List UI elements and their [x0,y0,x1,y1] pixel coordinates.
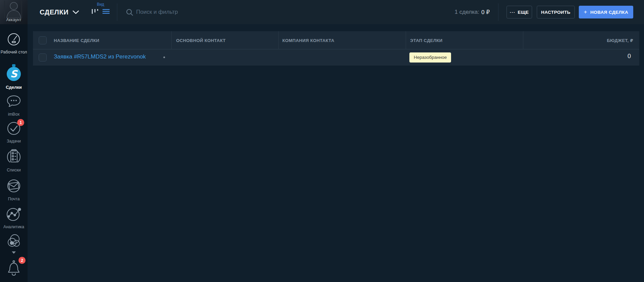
account-label: Аккаунт [0,17,28,22]
sidebar-item-mail[interactable]: Почта [0,178,28,202]
sidebar-item-dashboard[interactable]: Рабочий стол [0,32,28,55]
view-label: Вид [90,2,111,7]
topbar-divider [498,3,498,21]
new-deal-button-label: НОВАЯ СДЕЛКА [590,10,628,15]
budget-value: 0 [628,53,631,60]
sidebar-item-label: Списки [0,168,28,173]
sidebar-item-label: Сделки [0,85,28,90]
deals-sphere-icon: S [6,64,22,83]
column-header-budget[interactable]: БЮДЖЕТ, ₽ [607,31,633,49]
chevron-down-icon [12,251,16,254]
page-title-dropdown[interactable]: СДЕЛКИ [40,0,79,24]
sidebar-item-deals[interactable]: S Сделки [0,64,28,90]
notifications-badge: 2 [18,257,26,264]
search-input[interactable] [136,9,331,15]
sidebar-item-label: Аналитика [0,225,28,230]
sidebar-item-label: imBox [0,112,28,117]
status-dot-icon [163,56,165,58]
sidebar-item-analytics[interactable]: Аналитика [0,206,28,230]
search-bar [126,0,331,24]
column-header-deal-stage[interactable]: ЭТАП СДЕЛКИ [410,31,443,49]
topbar-divider [117,3,117,21]
list-view-icon[interactable] [103,9,110,14]
sidebar-item-tasks[interactable]: 1 Задачи [0,121,28,144]
more-button[interactable]: ··· ЕЩЕ [507,6,532,18]
select-all-checkbox[interactable] [39,36,47,44]
analytics-chart-icon [6,206,22,223]
table-header: НАЗВАНИЕ СДЕЛКИ ОСНОВНОЙ КОНТАКТ КОМПАНИ… [33,31,639,49]
svg-text:S: S [10,68,18,80]
app-root: Аккаунт Рабочий стол S Сдел [0,0,644,282]
sidebar-item-products[interactable] [0,234,28,254]
column-header-contact-company[interactable]: КОМПАНИЯ КОНТАКТА [282,31,334,49]
deal-link[interactable]: Заявка #R57LMDS2 из Perezvonok [54,53,146,60]
column-divider [523,31,523,49]
column-divider [406,31,406,49]
account-avatar[interactable]: Аккаунт [0,0,28,24]
sidebar-item-label: Почта [0,197,28,202]
avatar-silhouette-icon [3,1,25,18]
new-deal-button[interactable]: + НОВАЯ СДЕЛКА [579,6,633,18]
sidebar: Аккаунт Рабочий стол S Сдел [0,0,28,282]
sidebar-item-label: Задачи [0,139,28,144]
row-checkbox[interactable] [39,53,47,62]
column-header-deal-name[interactable]: НАЗВАНИЕ СДЕЛКИ [54,31,99,49]
chat-bubble-icon [6,94,21,110]
check-circle-icon: 1 [7,121,21,137]
column-header-main-contact[interactable]: ОСНОВНОЙ КОНТАКТ [176,31,226,49]
chevron-down-icon [73,10,79,14]
dashboard-gauge-icon [7,32,21,48]
ellipsis-icon: ··· [510,10,516,15]
sidebar-item-imbox[interactable]: imBox [0,94,28,117]
pipeline-view-icon[interactable] [91,9,99,14]
settings-button[interactable]: НАСТРОИТЬ [537,6,575,18]
column-divider [278,31,279,49]
clipboard-icon [6,149,22,166]
settings-button-label: НАСТРОИТЬ [541,10,570,15]
page-title: СДЕЛКИ [40,8,69,16]
sidebar-item-notifications[interactable]: 2 [0,259,28,278]
deals-summary-label: 1 сделка: [455,9,479,15]
view-switcher: Вид [90,2,111,14]
deals-summary-value: 0 ₽ [481,9,490,16]
envelope-icon [6,178,22,195]
bell-icon: 2 [5,259,22,278]
search-icon [126,9,133,16]
sidebar-item-label: Рабочий стол [0,50,28,55]
more-button-label: ЕЩЕ [518,10,529,15]
products-circles-icon [6,234,22,251]
deals-summary: 1 сделка: 0 ₽ [455,0,490,24]
column-divider [171,31,172,49]
plus-icon: + [584,9,587,15]
topbar: СДЕЛКИ Вид [28,0,644,24]
table-row[interactable]: Заявка #R57LMDS2 из Perezvonok Неразобра… [33,50,639,66]
stage-badge[interactable]: Неразобранное [409,52,451,63]
sidebar-item-lists[interactable]: Списки [0,149,28,173]
deals-table: НАЗВАНИЕ СДЕЛКИ ОСНОВНОЙ КОНТАКТ КОМПАНИ… [33,31,639,66]
tasks-badge: 1 [17,119,24,126]
